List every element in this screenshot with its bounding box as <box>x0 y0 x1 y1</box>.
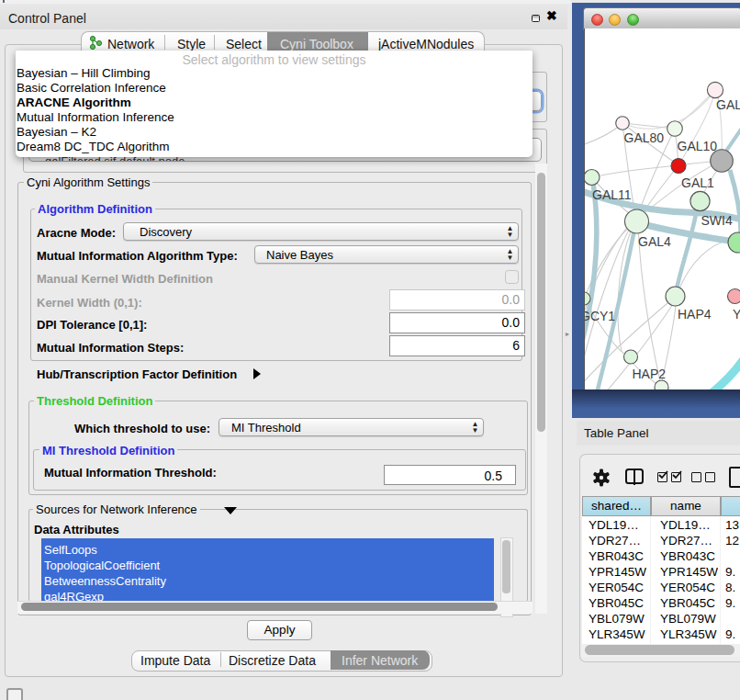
svg-text:GCY1: GCY1 <box>585 309 615 323</box>
svg-text:GAL11: GAL11 <box>592 187 632 202</box>
svg-text:SWI4: SWI4 <box>701 213 733 228</box>
svg-text:GAL10: GAL10 <box>678 139 718 153</box>
svg-text:GAL1: GAL1 <box>681 175 714 190</box>
svg-text:HAP4: HAP4 <box>678 307 712 322</box>
svg-text:GAL7: GAL7 <box>716 97 740 112</box>
svg-text:GAL80: GAL80 <box>624 130 665 145</box>
svg-text:GAL4: GAL4 <box>638 234 671 249</box>
svg-text:YJL: YJL <box>733 307 740 322</box>
svg-text:HAP2: HAP2 <box>633 367 667 381</box>
